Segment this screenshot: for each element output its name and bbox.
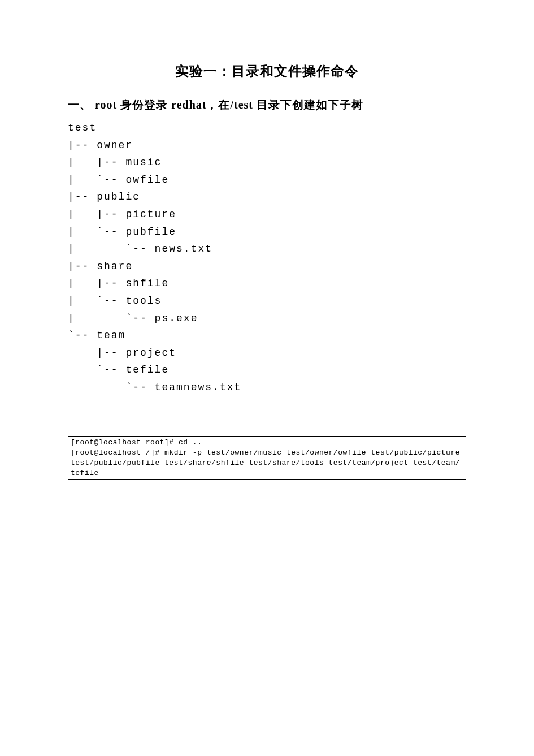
document-title: 实验一：目录和文件操作命令 <box>68 62 466 80</box>
terminal-line: [root@localhost /]# mkdir -p test/owner/… <box>71 448 463 479</box>
terminal-output: [root@localhost root]# cd .. [root@local… <box>68 436 466 481</box>
directory-tree: test |-- owner | |-- music | `-- owfile … <box>68 119 466 396</box>
section-heading: 一、 root 身份登录 redhat，在/test 目录下创建如下子树 <box>68 97 466 113</box>
terminal-line: [root@localhost root]# cd .. <box>71 438 463 448</box>
